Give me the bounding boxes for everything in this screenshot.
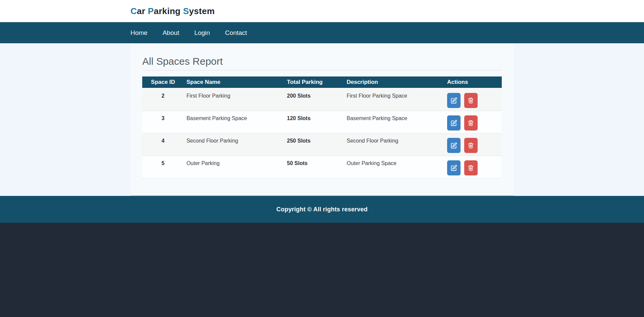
description-cell: Basement Parking Space bbox=[344, 111, 444, 134]
column-header-actions: Actions bbox=[444, 76, 502, 88]
top-header: Car Parking System bbox=[0, 0, 644, 22]
nav-item-about[interactable]: About bbox=[163, 29, 179, 37]
table-row: 4 Second Floor Parking 250 Slots Second … bbox=[142, 134, 502, 156]
delete-button[interactable] bbox=[464, 160, 478, 175]
brand-text: arking bbox=[154, 6, 183, 16]
edit-button[interactable] bbox=[447, 160, 461, 175]
column-header-space-id: Space ID bbox=[142, 76, 184, 88]
nav-item-login[interactable]: Login bbox=[194, 29, 210, 37]
description-cell: Second Floor Parking bbox=[344, 134, 444, 156]
table-row: 2 First Floor Parking 200 Slots First Fl… bbox=[142, 88, 502, 111]
brand-letter: S bbox=[183, 6, 189, 16]
footer: Copyright © All rights reserved bbox=[0, 196, 644, 223]
trash-icon bbox=[468, 142, 474, 149]
description-cell: First Floor Parking Space bbox=[344, 88, 444, 111]
spaces-table: Space ID Space Name Total Parking Descri… bbox=[142, 76, 502, 178]
below-footer-background bbox=[0, 223, 644, 317]
brand-letter: P bbox=[148, 6, 154, 16]
table-header-row: Space ID Space Name Total Parking Descri… bbox=[142, 76, 502, 88]
space-name-cell: First Floor Parking bbox=[184, 88, 284, 111]
total-parking-cell: 50 Slots bbox=[284, 156, 344, 178]
brand-letter: C bbox=[130, 6, 137, 16]
content-area: All Spaces Report Space ID Space Name To… bbox=[0, 43, 644, 196]
space-name-cell: Second Floor Parking bbox=[184, 134, 284, 156]
brand-text: ar bbox=[137, 6, 148, 16]
brand-title: Car Parking System bbox=[130, 6, 215, 16]
table-header: Space ID Space Name Total Parking Descri… bbox=[142, 76, 502, 88]
space-id-cell: 3 bbox=[142, 111, 184, 134]
actions-cell bbox=[444, 88, 502, 111]
edit-icon bbox=[450, 165, 457, 171]
edit-icon bbox=[450, 97, 457, 104]
edit-icon bbox=[450, 142, 457, 149]
delete-button[interactable] bbox=[464, 115, 478, 130]
table-row: 3 Basement Parking Space 120 Slots Basem… bbox=[142, 111, 502, 134]
table-row: 5 Outer Parking 50 Slots Outer Parking S… bbox=[142, 156, 502, 178]
actions-cell bbox=[444, 111, 502, 134]
description-cell: Outer Parking Space bbox=[344, 156, 444, 178]
edit-button[interactable] bbox=[447, 93, 461, 108]
trash-icon bbox=[468, 119, 474, 126]
nav-item-contact[interactable]: Contact bbox=[225, 29, 247, 37]
table-body: 2 First Floor Parking 200 Slots First Fl… bbox=[142, 88, 502, 178]
space-id-cell: 5 bbox=[142, 156, 184, 178]
total-parking-cell: 120 Slots bbox=[284, 111, 344, 134]
copyright-text: Copyright © All rights reserved bbox=[276, 206, 368, 213]
brand-text: ystem bbox=[189, 6, 215, 16]
actions-cell bbox=[444, 134, 502, 156]
report-card: All Spaces Report Space ID Space Name To… bbox=[130, 43, 514, 196]
edit-icon bbox=[450, 120, 457, 126]
page-title: All Spaces Report bbox=[142, 43, 502, 70]
delete-button[interactable] bbox=[464, 138, 478, 153]
column-header-total-parking: Total Parking bbox=[284, 76, 344, 88]
edit-button[interactable] bbox=[447, 115, 461, 130]
delete-button[interactable] bbox=[464, 93, 478, 108]
main-navbar: Home About Login Contact bbox=[0, 22, 644, 43]
edit-button[interactable] bbox=[447, 138, 461, 153]
space-id-cell: 4 bbox=[142, 134, 184, 156]
space-name-cell: Basement Parking Space bbox=[184, 111, 284, 134]
page: Car Parking System Home About Login Cont… bbox=[0, 0, 644, 317]
nav-item-home[interactable]: Home bbox=[130, 29, 148, 37]
actions-cell bbox=[444, 156, 502, 178]
total-parking-cell: 200 Slots bbox=[284, 88, 344, 111]
trash-icon bbox=[468, 164, 474, 171]
trash-icon bbox=[468, 97, 474, 104]
space-name-cell: Outer Parking bbox=[184, 156, 284, 178]
column-header-description: Description bbox=[344, 76, 444, 88]
column-header-space-name: Space Name bbox=[184, 76, 284, 88]
total-parking-cell: 250 Slots bbox=[284, 134, 344, 156]
space-id-cell: 2 bbox=[142, 88, 184, 111]
